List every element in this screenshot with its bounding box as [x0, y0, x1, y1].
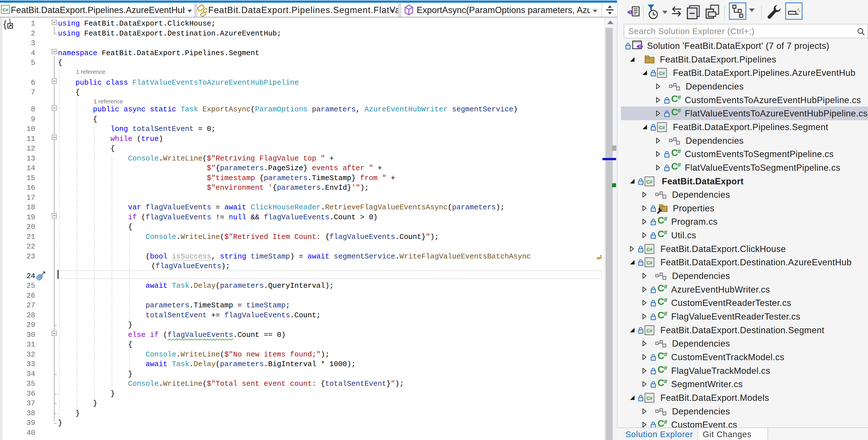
svg-text:C#: C#	[659, 125, 665, 130]
svg-text:C#: C#	[659, 71, 665, 76]
svg-text:C#: C#	[647, 179, 652, 184]
svg-text:C#: C#	[647, 260, 652, 265]
svg-text:C#: C#	[647, 328, 652, 333]
svg-text:C#: C#	[647, 396, 652, 401]
svg-text:C#: C#	[647, 247, 652, 252]
